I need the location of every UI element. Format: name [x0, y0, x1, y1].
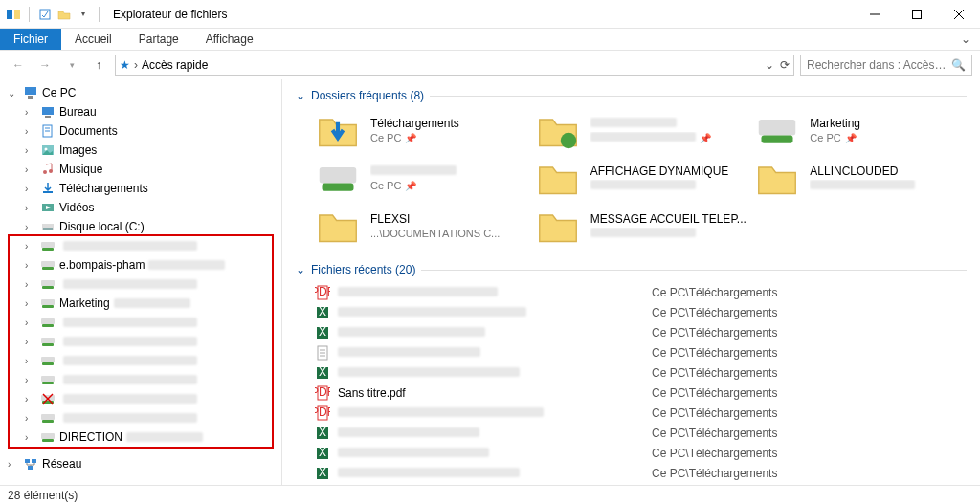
- chevron-down-icon: ⌄: [296, 89, 305, 102]
- refresh-button[interactable]: ⟳: [780, 58, 790, 72]
- folder-info: Téléchargements Ce PC📌: [370, 117, 527, 143]
- tree-item-label: Images: [59, 143, 97, 157]
- status-bar: 28 élément(s): [0, 485, 980, 504]
- svg-rect-50: [759, 120, 796, 136]
- nav-recent-dropdown[interactable]: ▾: [61, 55, 82, 76]
- maximize-button[interactable]: [896, 0, 938, 29]
- search-placeholder: Rechercher dans : Accès rapide: [807, 58, 947, 72]
- svg-text:PDF: PDF: [315, 385, 330, 399]
- ribbon-expand-icon[interactable]: ⌄: [961, 33, 970, 46]
- breadcrumb-actions: ⌄ ⟳: [765, 58, 790, 72]
- svg-rect-51: [762, 136, 793, 143]
- folder-share-icon: [535, 111, 581, 149]
- folder-path: ...\DOCUMENTATIONS C...: [370, 228, 527, 239]
- tree-node-6[interactable]: › Disque local (C:): [0, 217, 281, 236]
- qa-newfolder-icon[interactable]: [56, 7, 72, 22]
- recent-file-item[interactable]: Ce PC\Téléchargements: [315, 342, 967, 362]
- window-controls: [854, 0, 980, 29]
- svg-rect-46: [25, 459, 30, 463]
- section-rule: [421, 270, 967, 271]
- breadcrumb-dropdown-icon[interactable]: ⌄: [765, 58, 774, 72]
- frequent-folder-item[interactable]: FLEXSI ...\DOCUMENTATIONS C...: [315, 204, 527, 248]
- frequent-folder-item[interactable]: ALLINCLOUDED: [754, 156, 967, 200]
- section-recent-files[interactable]: ⌄ Fichiers récents (20): [296, 263, 967, 276]
- tab-share[interactable]: Partage: [125, 29, 192, 50]
- file-location: Ce PC\Téléchargements: [652, 306, 777, 319]
- section-title: Dossiers fréquents (8): [311, 89, 424, 102]
- recent-file-item[interactable]: X Ce PC\Téléchargements: [315, 463, 967, 483]
- svg-rect-52: [320, 167, 357, 184]
- minimize-button[interactable]: [854, 0, 896, 29]
- folder-name: [590, 117, 747, 130]
- tree-item-label: Téléchargements: [59, 182, 148, 195]
- separator: [29, 7, 30, 22]
- recent-file-item[interactable]: PDF Sans titre.pdf Ce PC\Téléchargements: [315, 383, 967, 403]
- recent-file-item[interactable]: X Ce PC\Téléchargements: [315, 423, 967, 443]
- tab-view[interactable]: Affichage: [192, 29, 267, 50]
- chevron-right-icon: ›: [25, 222, 36, 232]
- tab-home[interactable]: Accueil: [61, 29, 125, 50]
- tree-node-5[interactable]: › Vidéos: [0, 198, 281, 217]
- frequent-folder-item[interactable]: 📌: [535, 108, 747, 152]
- downloads-big-icon: [315, 111, 361, 149]
- file-name: [338, 406, 644, 420]
- breadcrumb-segment[interactable]: Accès rapide: [142, 58, 208, 72]
- folder-path: Ce PC📌: [810, 132, 967, 143]
- breadcrumb[interactable]: ★ › Accès rapide ⌄ ⟳: [115, 55, 794, 76]
- search-input[interactable]: Rechercher dans : Accès rapide 🔍: [800, 55, 972, 76]
- svg-rect-7: [25, 87, 36, 95]
- frequent-folder-item[interactable]: Téléchargements Ce PC📌: [315, 108, 527, 152]
- qa-properties-icon[interactable]: [37, 7, 53, 22]
- folder-icon: [754, 159, 800, 197]
- close-button[interactable]: [938, 0, 980, 29]
- folder-info: ALLINCLOUDED: [810, 164, 967, 191]
- recent-file-item[interactable]: PDF Ce PC\Téléchargements: [315, 282, 967, 302]
- qa-dropdown-icon[interactable]: ▾: [76, 7, 91, 22]
- recent-file-item[interactable]: X Ce PC\Téléchargements: [315, 443, 967, 463]
- recent-file-item[interactable]: X Ce PC\Téléchargements: [315, 362, 967, 383]
- app-icon: [6, 7, 21, 22]
- tab-file[interactable]: Fichier: [0, 29, 61, 50]
- frequent-folder-item[interactable]: MESSAGE ACCUEIL TELEP...: [535, 204, 747, 248]
- folder-name: Marketing: [810, 117, 967, 130]
- tree-node-4[interactable]: › Téléchargements: [0, 179, 281, 198]
- docs-icon: [40, 123, 56, 139]
- svg-rect-21: [43, 228, 53, 230]
- folder-path: [590, 180, 747, 191]
- nav-forward-button[interactable]: →: [34, 55, 56, 76]
- frequent-folder-item[interactable]: Ce PC📌: [315, 156, 527, 200]
- recent-file-item[interactable]: PDF Ce PC\Téléchargements: [315, 403, 967, 423]
- nav-up-button[interactable]: ↑: [88, 55, 109, 76]
- tree-node-3[interactable]: › Musique: [0, 160, 281, 179]
- ribbon: Fichier Accueil Partage Affichage ⌄: [0, 29, 980, 51]
- file-location: Ce PC\Téléchargements: [652, 406, 777, 420]
- tree-item-label: Bureau: [59, 105, 97, 119]
- svg-rect-9: [42, 107, 54, 115]
- navigation-tree[interactable]: ⌄ Ce PC › Bureau › Documents › Images › …: [0, 79, 282, 485]
- folder-path: Ce PC📌: [370, 180, 527, 191]
- tree-node-1[interactable]: › Documents: [0, 121, 281, 141]
- svg-text:X: X: [319, 446, 326, 459]
- svg-text:PDF: PDF: [315, 285, 330, 298]
- tree-item-label: Musique: [59, 163, 102, 176]
- chevron-down-icon: ⌄: [296, 263, 305, 276]
- svg-point-16: [43, 170, 47, 174]
- recent-file-item[interactable]: X Ce PC\Téléchargements: [315, 322, 967, 342]
- nav-back-button[interactable]: ←: [8, 55, 29, 76]
- folder-info: Marketing Ce PC📌: [810, 117, 967, 143]
- pin-icon: 📌: [845, 133, 857, 143]
- tree-node-0[interactable]: › Bureau: [0, 102, 281, 121]
- frequent-folder-item[interactable]: Marketing Ce PC📌: [754, 108, 967, 152]
- recent-file-item[interactable]: X Ce PC\Téléchargements: [315, 302, 967, 322]
- tree-this-pc[interactable]: ⌄ Ce PC: [0, 83, 281, 102]
- section-frequent-folders[interactable]: ⌄ Dossiers fréquents (8): [296, 89, 967, 102]
- folder-info: Ce PC📌: [370, 164, 527, 191]
- folder-path: [590, 228, 747, 239]
- file-name: [338, 366, 644, 380]
- frequent-folder-item[interactable]: AFFICHAGE DYNAMIQUE: [535, 156, 747, 200]
- svg-rect-1: [14, 10, 20, 19]
- section-rule: [430, 96, 967, 97]
- file-name: Sans titre.pdf: [338, 386, 644, 400]
- tree-node-2[interactable]: › Images: [0, 141, 281, 160]
- tree-network[interactable]: › Réseau: [0, 454, 281, 473]
